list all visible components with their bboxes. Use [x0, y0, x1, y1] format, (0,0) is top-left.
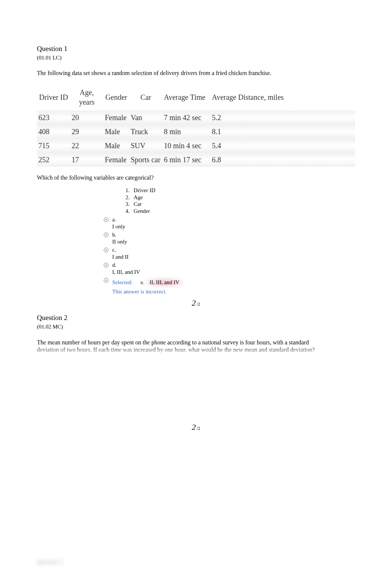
- choice-text: I only: [112, 223, 125, 231]
- radio-icon: 🞊: [103, 216, 112, 224]
- score-total: /2: [196, 425, 200, 431]
- list-item: 3.Car: [125, 201, 355, 208]
- cell: 8 min: [162, 125, 210, 139]
- radio-icon: 🞊: [103, 246, 112, 254]
- choice-letter: a.: [112, 216, 125, 224]
- choice-c[interactable]: 🞊 c. I and II: [103, 246, 355, 261]
- cell: Female: [103, 153, 129, 167]
- table-row: 623 20 Female Van 7 min 42 sec 5.2: [37, 110, 355, 125]
- radio-icon: 🞊: [103, 231, 112, 239]
- cell: 10 min 4 sec: [162, 139, 210, 153]
- cell: 6 min 17 sec: [162, 153, 210, 167]
- choice-text: I and II: [112, 254, 128, 261]
- cell: 6.8: [210, 153, 355, 167]
- score-earned: 2: [192, 422, 196, 432]
- list-item: 1.Driver ID: [125, 187, 355, 194]
- choice-text: I, IIl, and IV: [112, 269, 140, 276]
- choice-text: II only: [112, 238, 127, 246]
- question-1: Question 1 (01.01 LC) The following data…: [37, 44, 355, 308]
- question-title: Question 1: [37, 44, 355, 54]
- score-total: /2: [196, 301, 200, 307]
- score-earned: 2: [192, 298, 196, 307]
- choice-letter: e.: [141, 279, 144, 285]
- options-block: 1.Driver ID 2.Age 3.Car 4.Gender 🞊 a. I …: [103, 187, 355, 296]
- choice-letter: c.: [112, 246, 128, 254]
- cell: Van: [129, 110, 162, 125]
- num-text: Age: [134, 194, 143, 200]
- cell: 7 min 42 sec: [162, 110, 210, 125]
- num: 1.: [125, 187, 134, 194]
- choice-e-selected[interactable]: 🞊 Selected: e. II, III, and IV This answ…: [103, 277, 355, 296]
- data-table: Driver ID Age, years Gender Car Average …: [37, 84, 355, 167]
- cell: 715: [37, 139, 70, 153]
- selected-answer: II, III, and IV: [146, 278, 183, 287]
- table-row: 252 17 Female Sports car 6 min 17 sec 6.…: [37, 153, 355, 167]
- choice-a[interactable]: 🞊 a. I only: [103, 216, 355, 231]
- table-row: 408 29 Male Truck 8 min 8.1: [37, 125, 355, 139]
- cell: 8.1: [210, 125, 355, 139]
- col-header: Gender: [103, 84, 129, 110]
- cell: Male: [103, 139, 129, 153]
- list-item: 2.Age: [125, 194, 355, 201]
- cell: SUV: [129, 139, 162, 153]
- selected-label: Selected:: [112, 279, 133, 285]
- numbered-list: 1.Driver ID 2.Age 3.Car 4.Gender: [125, 187, 355, 215]
- cell: Sports car: [129, 153, 162, 167]
- num: 4.: [125, 208, 134, 215]
- cell: 5.2: [210, 110, 355, 125]
- cell: 22: [70, 139, 103, 153]
- col-header: Average Time: [162, 84, 210, 110]
- question-intro: The following data set shows a random se…: [37, 69, 355, 77]
- cell: Truck: [129, 125, 162, 139]
- score: 2/2: [37, 422, 355, 433]
- list-item: 4.Gender: [125, 208, 355, 215]
- cell: Female: [103, 110, 129, 125]
- num: 3.: [125, 201, 134, 208]
- col-header: Driver ID: [37, 84, 70, 110]
- feedback-text: This answer is incorrect.: [112, 288, 183, 296]
- cell: 29: [70, 125, 103, 139]
- choice-letter: b.: [112, 231, 127, 239]
- cell: 623: [37, 110, 70, 125]
- cell: 17: [70, 153, 103, 167]
- num-text: Driver ID: [134, 187, 155, 193]
- num: 2.: [125, 194, 134, 201]
- choice-text: II, III, and IV: [149, 279, 179, 285]
- cell: 20: [70, 110, 103, 125]
- choice-letter: d.: [112, 262, 140, 269]
- score: 2/2: [37, 298, 355, 309]
- cell: 252: [37, 153, 70, 167]
- cell: Male: [103, 125, 129, 139]
- question-title: Question 2: [37, 313, 355, 323]
- num-text: Gender: [134, 208, 150, 214]
- col-header: Age, years: [70, 84, 103, 110]
- choice-d[interactable]: 🞊 d. I, IIl, and IV: [103, 262, 355, 276]
- col-header: Car: [129, 84, 162, 110]
- cell: 5.4: [210, 139, 355, 153]
- question-prompt: Which of the following variables are cat…: [37, 174, 355, 182]
- radio-icon: 🞊: [103, 262, 112, 269]
- question-3-stub: Question 3: [37, 558, 355, 566]
- radio-icon: 🞊: [103, 277, 112, 284]
- content-fade: [37, 347, 355, 357]
- col-header: Average Distance, miles: [210, 84, 355, 110]
- cell: 408: [37, 125, 70, 139]
- table-header-row: Driver ID Age, years Gender Car Average …: [37, 84, 355, 110]
- question-code: (01.01 LC): [37, 54, 355, 62]
- num-text: Car: [134, 201, 142, 207]
- choice-b[interactable]: 🞊 b. II only: [103, 231, 355, 246]
- table-row: 715 22 Male SUV 10 min 4 sec 5.4: [37, 139, 355, 153]
- question-code: (01.02 MC): [37, 323, 355, 331]
